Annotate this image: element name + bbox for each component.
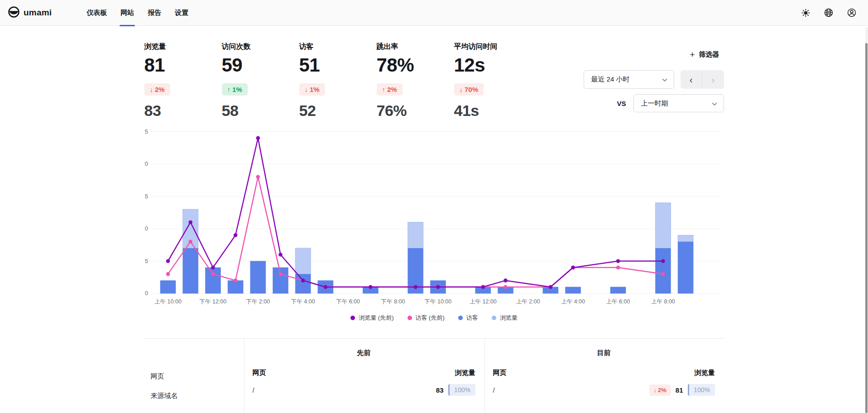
- metric-change-percent: 1%: [232, 86, 242, 93]
- metric-previous-value: 52: [299, 102, 377, 120]
- point-访客 (先前): [256, 175, 260, 179]
- compare-select[interactable]: 上一时期: [633, 94, 724, 112]
- compare-value: 上一时期: [641, 99, 668, 108]
- metric-previous-value: 58: [222, 102, 299, 120]
- down-arrow-icon: ↓: [654, 387, 657, 394]
- metric-value: 78%: [377, 54, 454, 76]
- stats-section: 浏览量81↓2%83访问次数59↑1%58访客51↓1%52跳出率78%↑2%7…: [144, 26, 724, 122]
- x-axis-tick: 下午 4:00: [291, 298, 315, 305]
- legend-dot-icon: [492, 316, 496, 320]
- metric-previous-value: 41s: [454, 102, 545, 120]
- main-nav: 仪表板网站报告设置: [80, 0, 195, 25]
- visitors-bar: [160, 280, 176, 293]
- chart-canvas: 0510152025上午 10:00下午 12:00下午 2:00下午 4:00…: [144, 129, 724, 310]
- row-values: ↓2% 81 100%: [649, 384, 715, 396]
- add-filter-button[interactable]: + 筛选器: [690, 50, 719, 59]
- metric-label: 访问次数: [222, 42, 299, 52]
- legend-item[interactable]: 浏览量: [492, 314, 518, 322]
- panel-header: 网页 浏览量: [253, 369, 475, 377]
- legend-item[interactable]: 访客: [458, 314, 478, 322]
- metric-label: 访客: [299, 42, 377, 52]
- legend-item[interactable]: 浏览量 (先前): [350, 314, 393, 322]
- scrollbar-thumb[interactable]: [865, 43, 868, 413]
- x-axis-tick: 上午 10:00: [154, 298, 182, 305]
- point-浏览量 (先前): [616, 259, 620, 263]
- point-浏览量 (先前): [481, 285, 485, 289]
- previous-period-button[interactable]: ‹: [681, 70, 702, 89]
- date-range-select[interactable]: 最近 24 小时: [584, 70, 674, 89]
- details-menu-item-来源域名[interactable]: 来源域名: [151, 386, 244, 406]
- metric-change-pill: ↓70%: [454, 83, 484, 96]
- x-axis-tick: 下午 12:00: [199, 298, 226, 305]
- metric-change-percent: 2%: [155, 86, 165, 93]
- nav-item-设置[interactable]: 设置: [168, 0, 195, 25]
- traffic-chart: 0510152025上午 10:00下午 12:00下午 2:00下午 4:00…: [144, 129, 724, 322]
- x-axis-tick: 下午 8:00: [381, 298, 405, 305]
- legend-label: 访客 (先前): [416, 314, 445, 322]
- details-menu: 网页来源域名: [144, 339, 244, 413]
- x-axis-tick: 下午 10:00: [424, 298, 451, 305]
- legend-label: 浏览量 (先前): [359, 314, 393, 322]
- down-arrow-icon: ↓: [150, 86, 153, 93]
- metric-change-percent: 1%: [310, 86, 320, 93]
- add-filter-label: 筛选器: [699, 50, 719, 59]
- umami-logo-icon: [8, 6, 19, 19]
- nav-item-仪表板[interactable]: 仪表板: [80, 0, 114, 25]
- point-访客 (先前): [233, 279, 237, 283]
- legend-item[interactable]: 访客 (先前): [408, 314, 445, 322]
- next-period-button[interactable]: ›: [702, 70, 724, 89]
- metric-change-pill: ↑1%: [222, 83, 248, 96]
- metric-label: 跳出率: [377, 42, 454, 52]
- page-link[interactable]: /: [493, 386, 495, 394]
- point-访客 (先前): [504, 285, 508, 289]
- y-axis-tick: 5: [145, 258, 148, 264]
- plus-icon: +: [690, 50, 695, 59]
- y-axis-tick: 20: [144, 161, 148, 167]
- y-axis-tick: 25: [144, 129, 148, 135]
- legend-label: 访客: [466, 314, 478, 322]
- visitors-bar: [273, 268, 288, 293]
- page-link[interactable]: /: [253, 386, 254, 394]
- point-浏览量 (先前): [233, 233, 237, 237]
- column-header-page: 网页: [493, 369, 507, 377]
- profile-icon[interactable]: [846, 7, 857, 18]
- metric-label: 平均访问时间: [454, 42, 545, 52]
- date-pager: ‹ ›: [681, 70, 724, 89]
- chevron-down-icon: [662, 76, 667, 83]
- metric-previous-value: 76%: [377, 102, 454, 120]
- legend-label: 浏览量: [500, 314, 518, 322]
- point-浏览量 (先前): [211, 266, 215, 270]
- header-icons: [800, 0, 857, 25]
- metric-value: 51: [299, 54, 377, 76]
- language-icon[interactable]: [823, 7, 834, 18]
- visitors-bar: [610, 287, 626, 293]
- point-访客 (先前): [661, 272, 665, 276]
- table-row: / ↓2% 81 100%: [493, 384, 715, 396]
- percent-badge: 100%: [448, 384, 475, 396]
- column-header-page: 网页: [253, 369, 266, 377]
- metric-card: 平均访问时间12s↓70%41s: [454, 42, 545, 120]
- point-访客 (先前): [278, 272, 283, 276]
- metric-card: 访问次数59↑1%58: [222, 42, 299, 120]
- point-浏览量 (先前): [166, 259, 170, 263]
- point-浏览量 (先前): [436, 285, 440, 289]
- metric-card: 浏览量81↓2%83: [144, 42, 222, 120]
- change-pill: ↓2%: [649, 384, 671, 396]
- x-axis-tick: 上午 6:00: [606, 298, 630, 305]
- visitors-bar: [295, 274, 311, 293]
- point-访客 (先前): [211, 272, 215, 276]
- details-menu-item-网页[interactable]: 网页: [151, 367, 244, 386]
- panel-header: 网页 浏览量: [493, 369, 715, 377]
- column-header-views: 浏览量: [455, 369, 475, 377]
- point-浏览量 (先前): [369, 285, 373, 289]
- main-content: 浏览量81↓2%83访问次数59↑1%58访客51↓1%52跳出率78%↑2%7…: [144, 26, 724, 413]
- views-value: 81: [676, 386, 683, 394]
- visitors-bar: [205, 268, 221, 293]
- brand[interactable]: umami: [8, 0, 52, 25]
- y-axis-tick: 15: [144, 193, 148, 200]
- panel-title: 目前: [493, 349, 715, 357]
- nav-item-报告[interactable]: 报告: [141, 0, 168, 25]
- nav-item-网站[interactable]: 网站: [114, 0, 141, 25]
- x-axis-tick: 下午 6:00: [336, 298, 360, 305]
- theme-toggle-icon[interactable]: [800, 7, 811, 18]
